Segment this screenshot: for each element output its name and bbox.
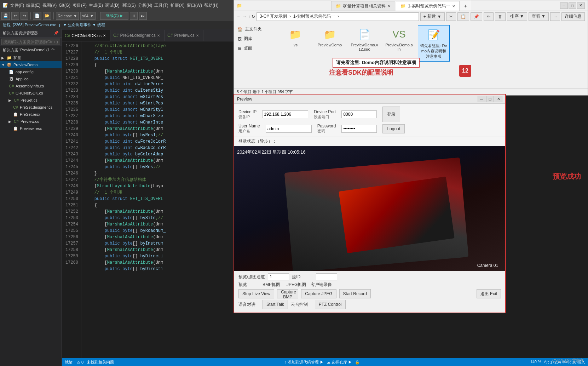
analyze-menu[interactable]: 分析(N) — [138, 2, 152, 8]
nav-home[interactable]: 🏠 主文件夹 — [235, 25, 275, 33]
build-menu[interactable]: 生成(B) — [89, 2, 103, 8]
delete-button[interactable]: 🗑 — [495, 12, 506, 21]
maximize-button[interactable]: □ — [569, 2, 576, 9]
sidebar-item-preset-designer[interactable]: C# PreSet.designer.cs — [0, 104, 62, 111]
tab-preview[interactable]: C# Preview.cs ✕ — [165, 30, 203, 41]
sidebar-item-ore[interactable]: ▶ 📁 矿量 — [0, 54, 62, 61]
open-button[interactable]: 📂 — [43, 12, 51, 20]
sidebar-item-preset[interactable]: ▶ C# PreSet.cs — [0, 97, 62, 104]
device-port-input[interactable] — [341, 110, 377, 118]
fe-file-readme[interactable]: 📝 请先看这里: Demo内容说明和注意事项 — [418, 25, 450, 62]
start-talk-button[interactable]: Start Talk — [263, 300, 288, 309]
minimize-button[interactable]: ─ — [560, 2, 568, 9]
close-tab-icon[interactable]: ✕ — [157, 34, 160, 38]
sidebar-title: 解决方案资源管理器 — [3, 30, 38, 36]
nav-up[interactable]: ↑ — [248, 14, 250, 19]
close-tab-icon[interactable]: ✕ — [103, 34, 106, 38]
password-input[interactable] — [341, 125, 377, 133]
separator3 — [98, 12, 98, 19]
fe-file-previewdemo-folder[interactable]: 📁 PreviewDemo — [314, 25, 346, 62]
stop-live-view-button[interactable]: Stop Live View — [238, 289, 274, 298]
sidebar-item-assemblyinfo[interactable]: C# AssemblyInfo.cs — [0, 82, 62, 90]
redo-button[interactable]: ↪ — [21, 12, 28, 20]
new-button[interactable]: 📄 — [33, 12, 41, 20]
close-button[interactable]: ✕ — [495, 96, 502, 102]
fe-content: 🏠 主文件夹 🖼 图库 🖥 桌面 📁 .vs 📁 PreviewDemo — [234, 22, 588, 88]
cs-icon: C# — [13, 104, 18, 110]
view-button[interactable]: 查看 ▼ — [529, 12, 549, 21]
username-input[interactable] — [266, 125, 312, 133]
rename-button[interactable]: ✏ — [484, 12, 494, 21]
sidebar-item-chcnetsdk[interactable]: C# CHCNetSDK.cs — [0, 90, 62, 97]
tab-chcnetsdk[interactable]: C# CHCNetSDK.cs ✕ — [62, 30, 110, 41]
capture-jpeg-button[interactable]: Capture JPEG — [301, 289, 336, 298]
minimize-button[interactable]: ─ — [478, 96, 485, 102]
exit-button[interactable]: 退出 Exit — [477, 289, 501, 298]
cs-icon: C# — [13, 119, 19, 124]
sidebar-item-preview-resx[interactable]: 📋 Preview.resx — [0, 125, 62, 132]
extensions-menu[interactable]: 扩展(X) — [171, 2, 185, 8]
save-button[interactable]: 💾 — [1, 12, 10, 20]
fe-file-vs[interactable]: 📁 .vs — [279, 25, 311, 62]
pause-button[interactable]: ⏸ — [130, 12, 138, 20]
fe-tab-ore[interactable]: 📁 矿量计算项目相关资料 ✕ — [331, 1, 395, 11]
sort-button[interactable]: 排序 ▼ — [507, 12, 527, 21]
sidebar-item-appico[interactable]: 🖼 App.ico — [0, 75, 62, 82]
paste-button[interactable]: 📌 — [471, 12, 482, 21]
sidebar-item-preview[interactable]: ▶ C# Preview.cs — [0, 118, 62, 125]
sidebar-item-appconfig[interactable]: 📄 app.config — [0, 68, 62, 75]
camera-feed — [234, 146, 505, 271]
nav-refresh[interactable]: ↻ — [252, 14, 255, 19]
nav-back[interactable]: ← — [237, 14, 241, 19]
fe-file-sln[interactable]: VS PreviewDemo.sln — [383, 25, 415, 62]
capture-bmp-button[interactable]: Capture BMP — [277, 289, 298, 298]
close-tab-icon[interactable]: ✕ — [196, 34, 199, 38]
cut-button[interactable]: ✂ — [446, 12, 456, 21]
run-button[interactable]: 继续(C) ▶ — [100, 12, 128, 20]
fe-tab-preview[interactable]: 📁 1-实时预览示例代码一 ✕ — [396, 1, 460, 11]
stream-input[interactable] — [316, 273, 337, 280]
search-input[interactable] — [1, 39, 60, 45]
tab-preset-designer[interactable]: C# PreSet.designer.cs ✕ — [110, 30, 165, 41]
nav-gallery[interactable]: 🖼 图库 — [235, 35, 275, 43]
channel-input[interactable] — [268, 273, 289, 280]
platform-dropdown[interactable]: x64 ▼ — [80, 12, 96, 20]
undo-button[interactable]: ↩ — [11, 12, 19, 20]
window-menu[interactable]: 窗口(W) — [187, 2, 202, 8]
close-button[interactable]: ✕ — [577, 2, 585, 9]
help-menu[interactable]: 帮助(H) — [204, 2, 219, 8]
test-menu[interactable]: 测试(S) — [122, 2, 136, 8]
step-button[interactable]: ⏭ — [139, 12, 147, 20]
tools-menu[interactable]: 工具(T) — [154, 2, 168, 8]
maximize-button[interactable]: □ — [486, 96, 494, 102]
address-bar[interactable]: 3-C# 开发示例 › 1-实时预览示例代码一 › — [256, 12, 419, 21]
sidebar-pin-icon[interactable]: 📌 — [54, 31, 59, 35]
view-menu[interactable]: 视图(V) — [42, 2, 57, 8]
sidebar-item-preset-resx[interactable]: 📋 PreSet.resx — [0, 111, 62, 118]
git-menu[interactable]: Git(G) — [59, 3, 70, 8]
add-source-control[interactable]: ↑ 添加到源代码管理 ▶ — [284, 360, 324, 365]
close-tab-icon[interactable]: ✕ — [452, 4, 455, 8]
text-icon: 📝 — [427, 28, 441, 42]
close-tab-icon[interactable]: ✕ — [388, 4, 391, 8]
logout-button[interactable]: Logout — [382, 124, 405, 133]
login-button[interactable]: 登录 — [382, 107, 400, 122]
fe-file-suo[interactable]: 📄 PreviewDemo.v12.suo — [348, 25, 380, 62]
project-menu[interactable]: 项目(P) — [73, 2, 87, 8]
device-ip-input[interactable] — [262, 110, 308, 118]
file-menu[interactable]: 文件(F) — [10, 2, 24, 8]
edit-menu[interactable]: 编辑(E) — [26, 2, 40, 8]
details-button[interactable]: 详细信息 — [561, 12, 585, 21]
sidebar-item-previewdemo[interactable]: ▼ 📦 PreviewDemo — [0, 61, 62, 68]
start-record-button[interactable]: Start Record — [339, 289, 371, 298]
new-button[interactable]: + 新建 ▼ — [420, 12, 445, 21]
ptz-control-button[interactable]: PTZ Control — [315, 300, 346, 309]
nav-forward[interactable]: → — [242, 14, 247, 19]
add-tab-button[interactable]: + — [460, 1, 471, 11]
nav-desktop[interactable]: 🖥 桌面 — [235, 44, 275, 52]
debug-menu[interactable]: 调试(D) — [105, 2, 120, 8]
config-dropdown[interactable]: Release ▼ — [56, 12, 79, 20]
select-repo[interactable]: ☁ 选择仓库 ▶ — [327, 360, 352, 365]
more-button[interactable]: ··· — [550, 12, 560, 21]
copy-button[interactable]: 📋 — [457, 12, 469, 21]
